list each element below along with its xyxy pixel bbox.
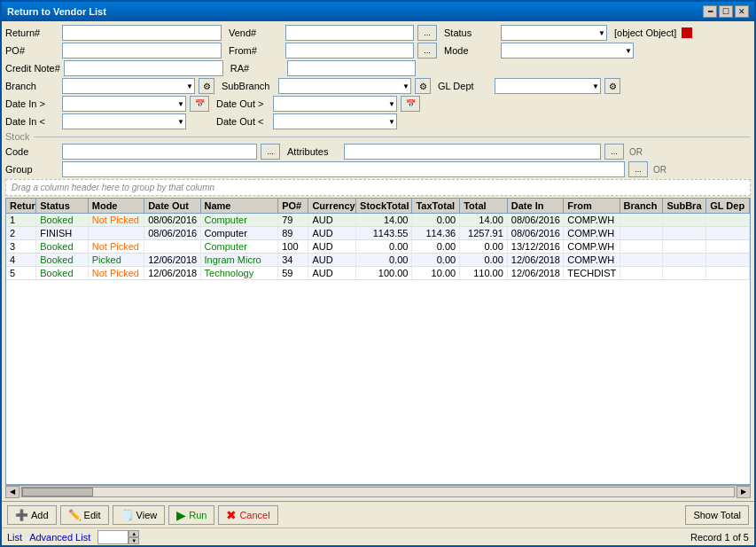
grid-header-taxtotal[interactable]: TaxTotal — [412, 199, 460, 213]
cell-branch — [620, 267, 664, 279]
from-dots-button[interactable]: ... — [417, 43, 437, 59]
grid-header-branch[interactable]: Branch — [620, 199, 664, 213]
grid-header-datein[interactable]: Date In — [508, 199, 564, 213]
grid-header-name[interactable]: Name — [201, 199, 279, 213]
cell-branch — [620, 240, 664, 253]
attributes-dots-button[interactable]: ... — [604, 144, 624, 160]
restore-button[interactable]: ☐ — [719, 5, 733, 18]
grid-header-from[interactable]: From — [564, 199, 620, 213]
vend-input[interactable] — [285, 25, 414, 41]
title-bar: Return to Vendor List ━ ☐ ✕ — [2, 2, 754, 21]
branch-select[interactable] — [62, 78, 195, 94]
cell-stocktotal: 0.00 — [356, 240, 412, 253]
grid-header-currency[interactable]: Currency — [308, 199, 356, 213]
cell-po: 59 — [278, 267, 308, 279]
cell-return: 4 — [6, 254, 36, 266]
table-row[interactable]: 3BookedNot PickedComputer100AUD0.000.000… — [6, 240, 750, 254]
cell-mode: Picked — [89, 254, 144, 266]
dateout-gt-select[interactable] — [273, 96, 397, 112]
form-row-3: Credit Note# RA# — [5, 60, 751, 76]
footer-left-buttons: ➕ Add ✏️ Edit 🗒️ View ▶ Run ✖ Cancel — [7, 505, 278, 525]
spinner-input[interactable]: 0 — [97, 530, 129, 544]
grid-header-total[interactable]: Total — [460, 199, 508, 213]
branch-icon-button[interactable]: ⚙ — [199, 78, 214, 94]
view-label: View — [136, 510, 158, 520]
cell-return: 3 — [6, 240, 36, 253]
add-label: Add — [31, 510, 49, 520]
mode-select[interactable] — [501, 43, 634, 59]
code-input[interactable] — [62, 144, 257, 160]
gldept-select[interactable] — [495, 78, 601, 94]
creditnote-input[interactable] — [64, 60, 223, 76]
grid-header-po[interactable]: PO# — [278, 199, 308, 213]
cell-from: COMP.WH — [564, 214, 620, 226]
cell-mode: Not Picked — [89, 214, 144, 226]
code-dots-button[interactable]: ... — [261, 144, 280, 160]
cell-subbranch — [663, 214, 706, 226]
status-select[interactable] — [501, 25, 607, 41]
dateout-lt-select[interactable] — [273, 113, 397, 129]
table-row[interactable]: 2FINISH08/06/2016Computer89AUD1143.55114… — [6, 227, 750, 240]
grid-header-dateout[interactable]: Date Out — [144, 199, 200, 213]
vend-dots-button[interactable]: ... — [417, 25, 437, 41]
add-button[interactable]: ➕ Add — [7, 505, 57, 525]
ra-input[interactable] — [287, 60, 416, 76]
cancel-button[interactable]: ✖ Cancel — [218, 505, 277, 525]
grid-header-subbranch[interactable]: SubBra — [663, 199, 706, 213]
subbranch-icon-button[interactable]: ⚙ — [415, 78, 431, 94]
grid-body[interactable]: 1BookedNot Picked08/06/2016Computer79AUD… — [6, 214, 750, 484]
scroll-left-button[interactable]: ◀ — [5, 486, 19, 498]
add-icon: ➕ — [15, 509, 28, 521]
run-button[interactable]: ▶ Run — [168, 505, 214, 525]
datein-gt-select[interactable] — [62, 96, 186, 112]
dateout-lt-label: Date Out < — [216, 116, 269, 127]
return-label: Return# — [5, 27, 58, 38]
horizontal-scrollbar[interactable] — [21, 487, 735, 497]
dateout-gt-calendar[interactable]: 📅 — [401, 96, 420, 112]
grid-header-gldept[interactable]: GL Dep — [706, 199, 750, 213]
subbranch-select[interactable] — [278, 78, 411, 94]
scrollbar-thumb[interactable] — [22, 488, 93, 496]
po-input[interactable] — [62, 43, 222, 59]
cell-stocktotal: 1143.55 — [356, 227, 412, 239]
gldept-icon-button[interactable]: ⚙ — [604, 78, 620, 94]
list-link[interactable]: List — [7, 532, 22, 543]
grid-header-stocktotal[interactable]: StockTotal — [356, 199, 412, 213]
cell-total: 1257.91 — [460, 227, 508, 239]
run-label: Run — [189, 510, 207, 520]
group-input[interactable] — [62, 161, 625, 177]
cell-stocktotal: 0.00 — [356, 254, 412, 266]
cell-currency: AUD — [308, 214, 356, 226]
cell-branch — [620, 254, 664, 266]
grid-header-mode[interactable]: Mode — [89, 199, 144, 213]
advanced-list-link[interactable]: Advanced List — [29, 532, 90, 543]
cell-mode — [89, 227, 144, 239]
return-input[interactable] — [62, 25, 222, 41]
cell-currency: AUD — [308, 227, 356, 239]
spinner-up-button[interactable]: ▲ — [129, 530, 139, 537]
scroll-right-button[interactable]: ▶ — [737, 486, 751, 498]
minimize-button[interactable]: ━ — [703, 5, 717, 18]
table-row[interactable]: 4BookedPicked12/06/2018Ingram Micro34AUD… — [6, 254, 750, 267]
show-total-button[interactable]: Show Total — [685, 505, 749, 525]
cell-from: COMP.WH — [564, 227, 620, 239]
table-row[interactable]: 1BookedNot Picked08/06/2016Computer79AUD… — [6, 214, 750, 227]
cell-return: 2 — [6, 227, 36, 239]
edit-button[interactable]: ✏️ Edit — [60, 505, 109, 525]
view-button[interactable]: 🗒️ View — [113, 505, 166, 525]
attributes-input[interactable] — [344, 144, 601, 160]
group-dots-button[interactable]: ... — [628, 161, 648, 177]
gldept-label: GL Dept — [438, 81, 491, 91]
cell-from: COMP.WH — [564, 240, 620, 253]
close-button[interactable]: ✕ — [735, 5, 749, 18]
cell-return: 5 — [6, 267, 36, 279]
datein-lt-select[interactable] — [62, 113, 186, 129]
table-row[interactable]: 5BookedNot Picked12/06/2018Technology59A… — [6, 267, 750, 280]
grid-header-return[interactable]: Return# — [6, 199, 36, 213]
grid-header: Return#StatusModeDate OutNamePO#Currency… — [6, 199, 750, 214]
spinner-down-button[interactable]: ▼ — [129, 537, 139, 544]
grid-header-status[interactable]: Status — [36, 199, 89, 213]
datein-gt-calendar[interactable]: 📅 — [190, 96, 209, 112]
cell-dateout: 08/06/2016 — [144, 214, 200, 226]
from-input[interactable] — [285, 43, 414, 59]
